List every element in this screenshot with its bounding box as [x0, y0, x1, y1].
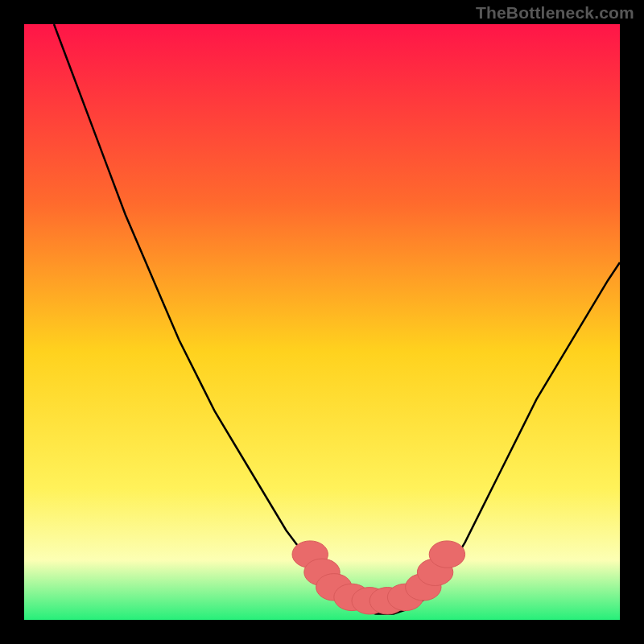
plot-area: [24, 24, 620, 620]
curve-marker: [429, 541, 464, 568]
gradient-background: [24, 24, 620, 620]
watermark-text: TheBottleneck.com: [476, 3, 634, 23]
chart-frame: TheBottleneck.com: [0, 0, 644, 644]
bottleneck-chart: [24, 24, 620, 620]
